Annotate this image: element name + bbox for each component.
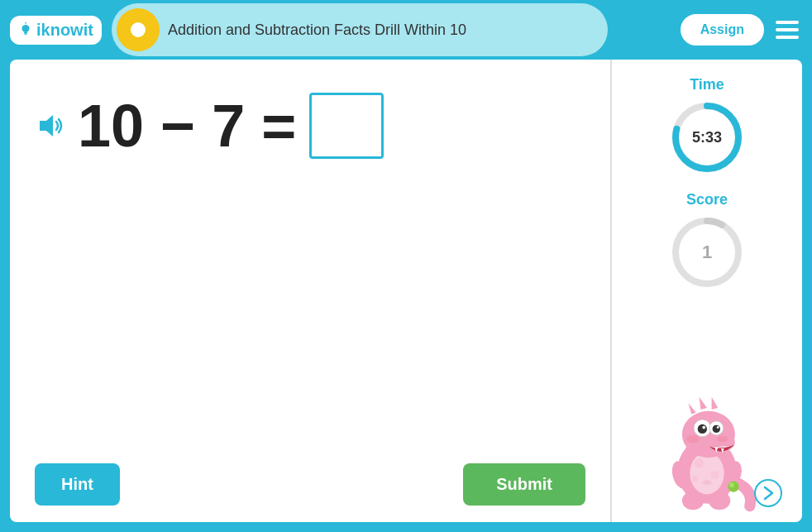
- svg-point-19: [713, 425, 720, 433]
- timer-value: 5:33: [692, 129, 722, 146]
- submit-button[interactable]: Submit: [463, 463, 585, 506]
- sound-icon[interactable]: [35, 111, 64, 141]
- title-pill: Addition and Subtraction Facts Drill Wit…: [112, 3, 608, 56]
- time-label: Time: [690, 76, 724, 93]
- score-circle: 1: [670, 215, 744, 290]
- answer-input[interactable]: [309, 93, 384, 159]
- logo-bulb-icon: [18, 22, 33, 37]
- problem-area: 10 − 7 =: [35, 93, 585, 159]
- menu-line-1: [776, 21, 799, 24]
- svg-point-20: [717, 426, 719, 429]
- math-equation: 10 − 7 =: [78, 96, 296, 156]
- svg-point-33: [709, 491, 730, 510]
- mascot-area: [625, 306, 789, 514]
- next-arrow-icon[interactable]: [754, 479, 782, 507]
- svg-point-38: [729, 482, 734, 487]
- timer-circle: 5:33: [670, 100, 744, 175]
- title-circle-inner: [131, 22, 146, 37]
- svg-line-22: [700, 416, 700, 420]
- svg-point-34: [702, 481, 711, 486]
- svg-point-0: [22, 25, 30, 32]
- svg-point-26: [692, 476, 699, 482]
- header-actions: Assign: [681, 14, 802, 46]
- menu-line-2: [776, 28, 799, 31]
- svg-point-10: [690, 453, 724, 495]
- svg-line-23: [705, 416, 705, 420]
- menu-line-3: [776, 36, 799, 39]
- logo-text: iknowit: [36, 21, 93, 40]
- lesson-title: Addition and Subtraction Facts Drill Wit…: [168, 22, 466, 39]
- svg-point-35: [687, 435, 700, 443]
- svg-marker-29: [712, 397, 719, 410]
- menu-button[interactable]: [772, 17, 802, 42]
- svg-point-17: [702, 426, 705, 429]
- svg-rect-1: [24, 32, 28, 34]
- title-circle-decoration: [117, 8, 160, 51]
- bottom-buttons: Hint Submit: [35, 455, 585, 506]
- right-panel: Time 5:33 Score 1: [612, 60, 802, 522]
- score-value: 1: [702, 242, 712, 263]
- svg-point-24: [695, 458, 704, 467]
- score-label: Score: [686, 191, 728, 208]
- svg-point-36: [717, 436, 728, 443]
- svg-point-25: [711, 471, 719, 478]
- hint-button[interactable]: Hint: [35, 463, 120, 506]
- svg-point-16: [698, 424, 707, 434]
- svg-point-39: [755, 480, 781, 506]
- header: iknowit Addition and Subtraction Facts D…: [0, 0, 812, 60]
- main-content: 10 − 7 = Hint Submit Time 5:33 Score 1: [10, 60, 802, 522]
- left-panel: 10 − 7 = Hint Submit: [10, 60, 612, 522]
- svg-rect-2: [25, 34, 27, 36]
- svg-marker-4: [40, 115, 53, 137]
- svg-point-32: [682, 491, 704, 510]
- svg-marker-27: [688, 403, 695, 414]
- mascot-svg: [649, 381, 765, 514]
- svg-marker-28: [700, 397, 707, 410]
- assign-button[interactable]: Assign: [681, 14, 764, 46]
- logo: iknowit: [10, 16, 102, 45]
